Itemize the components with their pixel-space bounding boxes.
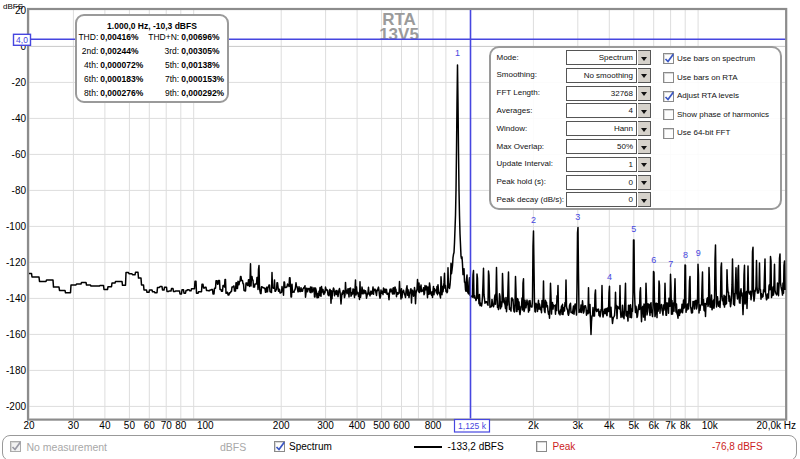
svg-text:1: 1 <box>455 48 460 58</box>
svg-text:-60: -60 <box>12 149 27 160</box>
svg-text:500: 500 <box>373 420 390 431</box>
svg-text:80: 80 <box>175 420 187 431</box>
svg-text:6: 6 <box>651 255 656 265</box>
svg-text:60: 60 <box>144 420 156 431</box>
svg-text:-80: -80 <box>12 185 27 196</box>
svg-text:4k: 4k <box>604 420 616 431</box>
svg-text:800: 800 <box>425 420 442 431</box>
svg-text:600: 600 <box>393 420 410 431</box>
svg-text:-180: -180 <box>6 365 26 376</box>
svg-text:1,125 k: 1,125 k <box>458 421 487 431</box>
svg-text:20,0k Hz: 20,0k Hz <box>757 420 796 431</box>
svg-text:-40: -40 <box>12 113 27 124</box>
svg-text:dBFS: dBFS <box>3 2 23 11</box>
svg-text:13V5: 13V5 <box>379 25 419 44</box>
svg-text:2k: 2k <box>528 420 540 431</box>
svg-text:5k: 5k <box>629 420 641 431</box>
svg-text:-20: -20 <box>12 77 27 88</box>
svg-text:8: 8 <box>683 250 688 260</box>
svg-text:-200: -200 <box>6 401 26 412</box>
svg-text:20: 20 <box>23 420 35 431</box>
svg-text:4: 4 <box>607 272 612 282</box>
svg-text:3: 3 <box>575 212 580 222</box>
svg-text:-140: -140 <box>6 293 26 304</box>
svg-text:40: 40 <box>99 420 111 431</box>
svg-text:70: 70 <box>161 420 173 431</box>
svg-text:8k: 8k <box>680 420 692 431</box>
svg-text:7: 7 <box>668 259 673 269</box>
svg-text:7k: 7k <box>665 420 677 431</box>
svg-text:400: 400 <box>349 420 366 431</box>
svg-text:200: 200 <box>273 420 290 431</box>
svg-text:10k: 10k <box>702 420 719 431</box>
svg-text:2: 2 <box>531 215 536 225</box>
svg-text:-120: -120 <box>6 257 26 268</box>
svg-text:6k: 6k <box>648 420 660 431</box>
svg-text:5: 5 <box>631 224 636 234</box>
svg-text:300: 300 <box>317 420 334 431</box>
svg-text:3k: 3k <box>573 420 585 431</box>
svg-text:9: 9 <box>696 248 701 258</box>
svg-text:-100: -100 <box>6 221 26 232</box>
svg-text:-160: -160 <box>6 329 26 340</box>
svg-text:50: 50 <box>124 420 136 431</box>
svg-text:4,0: 4,0 <box>16 35 28 45</box>
svg-text:100: 100 <box>197 420 214 431</box>
svg-text:30: 30 <box>68 420 80 431</box>
